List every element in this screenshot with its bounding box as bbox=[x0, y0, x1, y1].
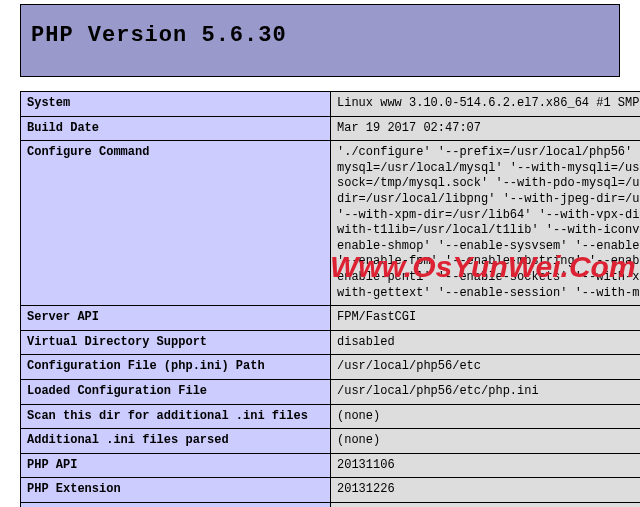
val-virtual-dir: disabled bbox=[331, 330, 641, 355]
val-php-extension: 20131226 bbox=[331, 478, 641, 503]
val-server-api: FPM/FastCGI bbox=[331, 306, 641, 331]
table-row: Server API FPM/FastCGI bbox=[21, 306, 641, 331]
val-configure-command: './configure' '--prefix=/usr/local/php56… bbox=[331, 141, 641, 306]
table-row: Build Date Mar 19 2017 02:47:07 bbox=[21, 116, 641, 141]
val-system: Linux www 3.10.0-514.6.2.el7.x86_64 #1 S… bbox=[331, 92, 641, 117]
val-loaded-config: /usr/local/php56/etc/php.ini bbox=[331, 379, 641, 404]
table-row: Configuration File (php.ini) Path /usr/l… bbox=[21, 355, 641, 380]
table-row: Zend Extension 220131226 bbox=[21, 502, 641, 507]
val-scan-dir: (none) bbox=[331, 404, 641, 429]
table-row: Loaded Configuration File /usr/local/php… bbox=[21, 379, 641, 404]
table-row: Virtual Directory Support disabled bbox=[21, 330, 641, 355]
table-row: System Linux www 3.10.0-514.6.2.el7.x86_… bbox=[21, 92, 641, 117]
page-title: PHP Version 5.6.30 bbox=[31, 23, 609, 48]
key-server-api: Server API bbox=[21, 306, 331, 331]
key-configure-command: Configure Command bbox=[21, 141, 331, 306]
phpinfo-header: PHP Version 5.6.30 bbox=[20, 4, 620, 77]
val-config-path: /usr/local/php56/etc bbox=[331, 355, 641, 380]
key-config-path: Configuration File (php.ini) Path bbox=[21, 355, 331, 380]
key-php-extension: PHP Extension bbox=[21, 478, 331, 503]
val-php-api: 20131106 bbox=[331, 453, 641, 478]
val-additional-ini: (none) bbox=[331, 429, 641, 454]
key-loaded-config: Loaded Configuration File bbox=[21, 379, 331, 404]
phpinfo-table: System Linux www 3.10.0-514.6.2.el7.x86_… bbox=[20, 91, 640, 507]
table-row: Additional .ini files parsed (none) bbox=[21, 429, 641, 454]
key-build-date: Build Date bbox=[21, 116, 331, 141]
val-build-date: Mar 19 2017 02:47:07 bbox=[331, 116, 641, 141]
key-system: System bbox=[21, 92, 331, 117]
table-row: Configure Command './configure' '--prefi… bbox=[21, 141, 641, 306]
table-row: PHP Extension 20131226 bbox=[21, 478, 641, 503]
key-virtual-dir: Virtual Directory Support bbox=[21, 330, 331, 355]
table-row: Scan this dir for additional .ini files … bbox=[21, 404, 641, 429]
key-zend-extension: Zend Extension bbox=[21, 502, 331, 507]
table-row: PHP API 20131106 bbox=[21, 453, 641, 478]
key-php-api: PHP API bbox=[21, 453, 331, 478]
val-zend-extension: 220131226 bbox=[331, 502, 641, 507]
key-additional-ini: Additional .ini files parsed bbox=[21, 429, 331, 454]
key-scan-dir: Scan this dir for additional .ini files bbox=[21, 404, 331, 429]
